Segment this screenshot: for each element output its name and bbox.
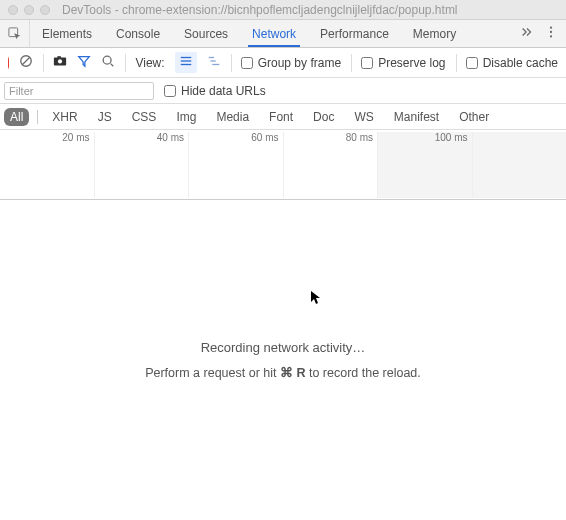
- tab-label: Network: [252, 27, 296, 41]
- filter-row: Hide data URLs: [0, 78, 566, 104]
- screenshots-button[interactable]: [53, 54, 67, 71]
- empty-state: Recording network activity… Perform a re…: [0, 200, 566, 380]
- timeline-tick: 100 ms: [435, 132, 468, 143]
- checkbox-input[interactable]: [241, 57, 253, 69]
- network-toolbar: View: Group by frame Preserve log Disabl…: [0, 48, 566, 78]
- type-label: Media: [216, 110, 249, 124]
- tab-sources[interactable]: Sources: [172, 20, 240, 47]
- type-all[interactable]: All: [4, 108, 29, 126]
- svg-point-1: [550, 26, 552, 28]
- type-label: Img: [176, 110, 196, 124]
- svg-point-9: [104, 56, 112, 64]
- type-label: WS: [354, 110, 373, 124]
- tab-console[interactable]: Console: [104, 20, 172, 47]
- filter-toggle-button[interactable]: [77, 54, 91, 71]
- empty-text-pre: Perform a request or hit: [145, 366, 280, 380]
- type-img[interactable]: Img: [170, 108, 202, 126]
- type-xhr[interactable]: XHR: [46, 108, 83, 126]
- tab-label: Sources: [184, 27, 228, 41]
- type-other[interactable]: Other: [453, 108, 495, 126]
- large-rows-button[interactable]: [175, 52, 197, 73]
- tab-label: Elements: [42, 27, 92, 41]
- type-label: CSS: [132, 110, 157, 124]
- window-titlebar: DevTools - chrome-extension://bicnhpofle…: [0, 0, 566, 20]
- clear-button[interactable]: [19, 54, 33, 71]
- checkbox-label: Hide data URLs: [181, 84, 266, 98]
- more-tabs-button[interactable]: [520, 25, 534, 42]
- checkbox-input[interactable]: [164, 85, 176, 97]
- timeline-tick: 20 ms: [62, 132, 89, 143]
- tab-network[interactable]: Network: [240, 20, 308, 47]
- hide-data-urls-checkbox[interactable]: Hide data URLs: [164, 84, 266, 98]
- tab-elements[interactable]: Elements: [30, 20, 104, 47]
- tab-label: Console: [116, 27, 160, 41]
- filter-input[interactable]: [4, 82, 154, 100]
- empty-text-post: to record the reload.: [305, 366, 420, 380]
- type-font[interactable]: Font: [263, 108, 299, 126]
- record-button[interactable]: [8, 57, 9, 69]
- search-button[interactable]: [101, 54, 115, 71]
- tab-label: Memory: [413, 27, 456, 41]
- tab-memory[interactable]: Memory: [401, 20, 468, 47]
- disable-cache-checkbox[interactable]: Disable cache: [466, 56, 558, 70]
- type-label: Doc: [313, 110, 334, 124]
- type-ws[interactable]: WS: [348, 108, 379, 126]
- timeline-tick: 80 ms: [346, 132, 373, 143]
- type-label: Manifest: [394, 110, 439, 124]
- svg-line-5: [23, 58, 30, 65]
- type-label: Other: [459, 110, 489, 124]
- tabs-right: [512, 20, 566, 47]
- timeline-grid: 20 ms 40 ms 60 ms 80 ms 100 ms: [0, 132, 566, 144]
- svg-point-7: [58, 59, 62, 63]
- checkbox-label: Disable cache: [483, 56, 558, 70]
- inspect-element-button[interactable]: [0, 20, 30, 47]
- minimize-window-button[interactable]: [24, 5, 34, 15]
- empty-subtitle: Perform a request or hit ⌘ R to record t…: [0, 365, 566, 380]
- type-media[interactable]: Media: [210, 108, 255, 126]
- checkbox-label: Group by frame: [258, 56, 341, 70]
- timeline-tick: 60 ms: [251, 132, 278, 143]
- traffic-lights: [8, 5, 50, 15]
- type-doc[interactable]: Doc: [307, 108, 340, 126]
- timeline-tick: 40 ms: [157, 132, 184, 143]
- panel-tabs-row: Elements Console Sources Network Perform…: [0, 20, 566, 48]
- divider: [37, 110, 38, 124]
- view-label: View:: [135, 56, 164, 70]
- type-label: All: [10, 110, 23, 124]
- type-label: JS: [98, 110, 112, 124]
- timeline-overview[interactable]: 20 ms 40 ms 60 ms 80 ms 100 ms: [0, 130, 566, 200]
- type-label: XHR: [52, 110, 77, 124]
- keyboard-shortcut: ⌘ R: [280, 366, 306, 380]
- svg-rect-8: [58, 56, 62, 58]
- preserve-log-checkbox[interactable]: Preserve log: [361, 56, 445, 70]
- panel-tabs: Elements Console Sources Network Perform…: [30, 20, 468, 47]
- type-manifest[interactable]: Manifest: [388, 108, 445, 126]
- checkbox-input[interactable]: [466, 57, 478, 69]
- tab-label: Performance: [320, 27, 389, 41]
- tab-performance[interactable]: Performance: [308, 20, 401, 47]
- checkbox-input[interactable]: [361, 57, 373, 69]
- type-label: Font: [269, 110, 293, 124]
- close-window-button[interactable]: [8, 5, 18, 15]
- empty-title: Recording network activity…: [0, 340, 566, 355]
- window-title: DevTools - chrome-extension://bicnhpofle…: [62, 3, 458, 17]
- type-css[interactable]: CSS: [126, 108, 163, 126]
- checkbox-label: Preserve log: [378, 56, 445, 70]
- settings-menu-button[interactable]: [544, 25, 558, 42]
- svg-point-2: [550, 31, 552, 33]
- group-by-frame-checkbox[interactable]: Group by frame: [241, 56, 341, 70]
- type-js[interactable]: JS: [92, 108, 118, 126]
- waterfall-view-button[interactable]: [207, 54, 221, 71]
- svg-line-10: [111, 64, 114, 67]
- zoom-window-button[interactable]: [40, 5, 50, 15]
- resource-types-row: All XHR JS CSS Img Media Font Doc WS Man…: [0, 104, 566, 130]
- svg-point-3: [550, 35, 552, 37]
